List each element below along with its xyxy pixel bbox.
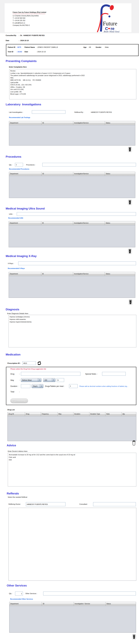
patient-name-value: : JONES VINCENT CAMILLE [36, 46, 58, 48]
trash-outline-icon [132, 440, 136, 446]
reffering-doctor-input[interactable] [26, 502, 66, 506]
procedures-input[interactable] [42, 163, 136, 166]
company-address: Le Chainter,Victoria,Mahe,Seychelles [13, 15, 39, 16]
trash-icon [128, 147, 132, 152]
column-header: ID [42, 121, 73, 125]
advice-textarea[interactable]: Arorvastatin increase to 20 mg od for 1/… [8, 453, 136, 486]
duration-input[interactable] [21, 384, 30, 388]
recommended-lab-testings-link[interactable]: Recommended Lab Testings [9, 116, 30, 118]
recommended-uss-link[interactable]: Recommended USS [8, 217, 23, 219]
reffered-by-value: HANECKY FUENTE REYES [91, 111, 112, 113]
column-header: Department [9, 272, 41, 276]
prescription-id-input[interactable] [22, 361, 36, 365]
meal-timing-select[interactable]: Before Meal ▼ [21, 378, 42, 382]
frequency-value: OD [44, 379, 52, 381]
xray-delete-button[interactable] [128, 300, 132, 305]
other-services-input[interactable] [43, 592, 136, 596]
company-phone2: T: +24 84 225 252 [13, 20, 25, 21]
recommended-xrays-link[interactable]: Recommended X-Rays [8, 268, 25, 269]
column-header: Qty [122, 412, 136, 416]
procedures-table: Department ID Investigation/Service Stat… [9, 172, 135, 198]
consultation-page: Future Care by Future Holdings (Pty) Lim… [0, 0, 139, 644]
meal-timing-value: Before Meal [22, 379, 38, 381]
lab-investigation-input[interactable] [32, 110, 66, 114]
visit-id-value: : 16192 [16, 51, 22, 52]
logo-heart-icon: ❤ [108, 27, 110, 30]
xray-input[interactable] [18, 262, 136, 265]
logo-word-care-rest: re [110, 26, 114, 31]
lab-delete-button[interactable] [128, 147, 132, 152]
refresh-icon [37, 361, 42, 365]
section-title-laboratory: Laboratory Investigations [6, 103, 41, 106]
frequency-select[interactable]: OD ▼ [43, 378, 56, 382]
procedures-qty-input[interactable] [15, 163, 23, 166]
logo-blue-dot [108, 16, 110, 18]
section-title-advice: Advice [7, 444, 16, 447]
chevron-down-icon: ▼ [40, 384, 43, 388]
per-meal-label: Drugs/Tablets per meal : [45, 385, 64, 387]
uss-field-label: USS : [9, 213, 13, 215]
reffered-by-label: Reffered By : [74, 111, 84, 113]
patient-id-label: Patient ID [8, 46, 16, 48]
other-services-delete-button[interactable] [132, 634, 136, 640]
consultant-input[interactable] [93, 502, 136, 506]
way-label: Way [10, 379, 14, 381]
other-services-table-header: Department ID Investigation / Service St… [10, 602, 136, 606]
add-drug-button[interactable]: + Add Drug [10, 398, 28, 403]
drug-input[interactable] [21, 372, 80, 376]
drug-colon: : [19, 373, 20, 375]
duration-unit-value: Day/s [33, 385, 40, 387]
column-header: Investigation/Service [73, 221, 105, 225]
special-notes-input[interactable] [102, 372, 126, 376]
advice-prompt: Enter Doctor's Advice Here [8, 450, 28, 452]
visit-date-label: Date [24, 51, 28, 52]
column-header: Status [105, 121, 135, 125]
complaints-textarea[interactable]: Review Lumbar x-ray- SpondylolistesisL4,… [9, 69, 136, 99]
column-header: Fequency [41, 412, 58, 416]
consultant-label: Consultant [79, 503, 87, 505]
patient-age-label: Age [84, 46, 86, 48]
consult-date-label: Date [6, 40, 9, 42]
uss-delete-button[interactable] [128, 249, 132, 254]
complaints-prompt: Enter Complaints Here [9, 66, 27, 68]
column-header: ID [41, 221, 73, 225]
column-header: Duration [74, 412, 90, 416]
column-header: Note [105, 412, 122, 416]
section-title-ultrasound: Medical Imaging Ultra Sound [6, 207, 45, 210]
plus-icon: + [12, 399, 16, 402]
column-header: Status [105, 272, 135, 276]
trash-icon [128, 300, 132, 305]
duration-unit-select[interactable]: Day/s ▼ [32, 384, 43, 388]
procedures-qty-label: Qty : [9, 164, 12, 166]
frequency-qty-input[interactable] [57, 378, 64, 382]
column-header: Drug ID [8, 412, 25, 416]
trash-icon [128, 200, 132, 205]
recommended-other-services-link[interactable]: Recommended Other Services [10, 598, 33, 600]
xray-table-header: Department ID Investigation/Service Stat… [9, 272, 135, 276]
section-title-refferals: Refferals [7, 492, 19, 495]
column-header: Status [105, 221, 135, 225]
consulted-by-label: Consulted By [6, 34, 16, 36]
recommended-procedures-link[interactable]: Recommended Procedures [9, 168, 29, 170]
procedures-delete-button[interactable] [128, 200, 132, 205]
other-qty-input[interactable] [15, 592, 23, 596]
diagnosis-textarea[interactable]: Impress lumbalgia (chronic) Impress mild… [8, 315, 136, 348]
uss-input[interactable] [17, 212, 136, 216]
column-header: Way [58, 412, 74, 416]
section-title-other-services: Other Services [7, 584, 27, 587]
column-header: Department [10, 602, 42, 606]
other-field-label: Other Services : [26, 592, 37, 594]
refferal-list-box[interactable] [8, 508, 136, 581]
consulted-by-value: : Dr. HANECKY FUENTE REYES [19, 34, 44, 36]
per-meal-input[interactable] [69, 384, 78, 388]
xray-table: Department ID Investigation/Service Stat… [9, 272, 135, 298]
patient-id-value: : 8275 [16, 46, 21, 48]
column-header: Investigation / Service [74, 602, 106, 606]
drug-suggestion-hint: Please select the Drug from Drug suggess… [10, 368, 46, 370]
column-header: ID [41, 272, 73, 276]
section-title-diagnosis: Diagnosis [6, 308, 19, 311]
lab-investigation-label: Lab Investingation : [9, 111, 23, 113]
drug-list-delete-button[interactable] [132, 440, 136, 446]
drug-list-table: Drug ID Drug Fequency Way Duration Durat… [8, 412, 136, 441]
prescription-refresh-button[interactable] [37, 361, 42, 365]
